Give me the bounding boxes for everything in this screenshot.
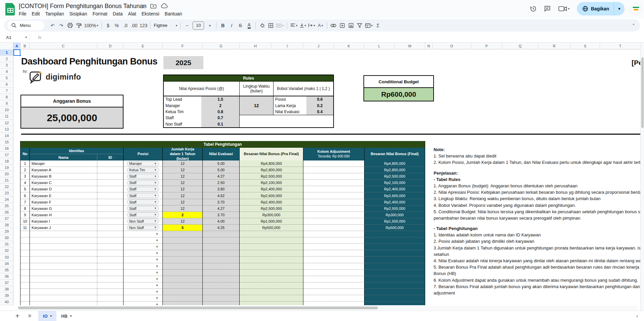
cell-nilai-evaluasi[interactable]: 3.70 <box>203 199 240 205</box>
cell-adjustment[interactable] <box>303 180 364 186</box>
posisi-caret-icon[interactable]: ▼ <box>156 303 159 305</box>
cell-jumlah-kerja[interactable] <box>163 263 203 270</box>
row-header[interactable]: 8 <box>0 94 13 100</box>
cell-jumlah-kerja[interactable]: 12 <box>163 186 203 192</box>
cell-jumlah-kerja[interactable]: 12 <box>163 173 203 180</box>
rules-bobot-value[interactable]: 0.2 <box>306 102 333 108</box>
increase-decimal-button[interactable]: .00 <box>130 21 139 30</box>
cell-jumlah-kerja[interactable] <box>163 257 203 263</box>
cell-jumlah-kerja[interactable]: 12 <box>163 205 203 212</box>
cell-nilai-evaluasi[interactable] <box>203 295 240 302</box>
cell-id[interactable] <box>97 237 123 244</box>
cell-nilai-evaluasi[interactable] <box>203 282 240 289</box>
cell-nama[interactable] <box>30 257 97 263</box>
cell-nama[interactable] <box>30 295 97 302</box>
text-rotation-button[interactable]: A▾ <box>316 21 325 30</box>
cell-no[interactable]: 10 <box>20 218 30 225</box>
rules-empty-cell[interactable] <box>239 115 333 127</box>
cell-posisi[interactable]: ▼ <box>123 244 163 250</box>
row-header[interactable]: 39 <box>0 292 13 299</box>
cell-final[interactable]: Rp2,600,000 <box>364 192 425 199</box>
row-header[interactable]: 18 <box>0 158 13 165</box>
cell-pra-final[interactable]: Rp2,600,000 <box>240 192 303 199</box>
font-size-input[interactable]: 10 <box>193 21 204 30</box>
column-header[interactable]: F <box>163 43 203 49</box>
cell-nama[interactable] <box>30 270 97 276</box>
sheet-tab[interactable]: IO▾ <box>38 311 56 321</box>
cell-posisi[interactable]: Non Staff▼ <box>123 225 163 231</box>
row-header[interactable]: 28 <box>0 222 13 228</box>
dashboard-title[interactable]: Dashboard Penghitungan Bonus <box>21 56 157 67</box>
cell-nilai-evaluasi[interactable] <box>203 263 240 270</box>
add-sheet-button[interactable]: + <box>15 312 19 320</box>
column-header[interactable]: B <box>20 43 30 49</box>
sheet-tab-caret-icon[interactable]: ▾ <box>70 314 72 318</box>
posisi-dropdown[interactable]: Ketua Tim▼ <box>127 168 159 173</box>
cell-jumlah-kerja[interactable] <box>163 237 203 244</box>
cell-nilai-evaluasi[interactable]: 4.00 <box>203 218 240 225</box>
row-header[interactable]: 25 <box>0 203 13 209</box>
row-header[interactable]: 34 <box>0 261 13 267</box>
cell-jumlah-kerja[interactable] <box>163 289 203 295</box>
row-header[interactable]: 10 <box>0 107 13 113</box>
row-header[interactable]: 7 <box>0 88 13 94</box>
posisi-caret-icon[interactable]: ▼ <box>156 245 159 248</box>
cell-pra-final[interactable] <box>240 257 303 263</box>
cell-pra-final[interactable]: Rp2,500,000 <box>240 173 303 180</box>
cell-posisi[interactable]: ▼ <box>123 276 163 282</box>
cell-adjustment[interactable] <box>303 289 364 295</box>
cell-final[interactable] <box>364 250 425 257</box>
cell-id[interactable] <box>97 192 123 199</box>
cell-nama[interactable]: Karyawan I <box>30 218 97 225</box>
cell-final[interactable]: Rp1,500,000 <box>364 218 425 225</box>
insert-comment-button[interactable] <box>338 21 347 30</box>
row-header[interactable]: 21 <box>0 177 13 184</box>
posisi-caret-icon[interactable]: ▼ <box>156 258 159 261</box>
cell-adjustment[interactable] <box>303 263 364 270</box>
posisi-dropdown[interactable]: Staff▼ <box>127 199 159 204</box>
cell-no[interactable] <box>20 270 30 276</box>
horizontal-scrollbar-thumb[interactable] <box>18 307 378 309</box>
column-header[interactable]: R <box>538 43 571 49</box>
cell-pra-final[interactable] <box>240 289 303 295</box>
cell-jumlah-kerja[interactable] <box>163 276 203 282</box>
cell-posisi[interactable]: Staff▼ <box>123 173 163 180</box>
rules-bobot-value[interactable]: 0.6 <box>306 96 333 102</box>
cell-final[interactable]: Rp500,000 <box>364 225 425 231</box>
rules-posisi-value[interactable]: 0.8 <box>201 109 239 115</box>
cell-no[interactable] <box>20 289 30 295</box>
cell-nama[interactable] <box>30 250 97 257</box>
cell-nama[interactable] <box>30 282 97 289</box>
cell-nama[interactable]: Manajer <box>30 160 97 167</box>
cell-adjustment[interactable] <box>303 270 364 276</box>
cell-id[interactable] <box>97 276 123 282</box>
row-header[interactable]: 6 <box>0 81 13 88</box>
cell-jumlah-kerja[interactable]: 12 <box>163 180 203 186</box>
rules-posisi-value[interactable]: 0.1 <box>201 121 239 127</box>
cell-final[interactable] <box>364 231 425 237</box>
cell-no[interactable] <box>20 302 30 305</box>
rules-bobot-value[interactable]: 0.4 <box>306 109 333 115</box>
cell-adjustment[interactable] <box>303 205 364 212</box>
cell-id[interactable] <box>97 257 123 263</box>
cell-pra-final[interactable] <box>240 244 303 250</box>
row-header[interactable]: 32 <box>0 247 13 254</box>
column-header[interactable]: N <box>425 43 433 49</box>
sheet-tab-caret-icon[interactable]: ▾ <box>50 314 52 318</box>
posisi-dropdown[interactable]: Staff▼ <box>127 212 159 217</box>
cell-pra-final[interactable]: Rp4,800,000 <box>240 160 303 167</box>
cell-jumlah-kerja[interactable] <box>163 295 203 302</box>
posisi-caret-icon[interactable]: ▼ <box>156 251 159 255</box>
version-history-icon[interactable] <box>529 5 537 13</box>
rules-posisi-value[interactable]: 2 <box>201 102 239 108</box>
cell-final[interactable]: Rp2,800,000 <box>364 167 425 173</box>
cell-nilai-evaluasi[interactable]: 4.27 <box>203 205 240 212</box>
cell-pra-final[interactable] <box>240 302 303 305</box>
cell-id[interactable] <box>97 263 123 270</box>
column-header[interactable]: I <box>271 43 303 49</box>
cell-adjustment[interactable] <box>303 199 364 205</box>
cell-final[interactable]: Rp2,100,000 <box>364 180 425 186</box>
cell-final[interactable] <box>364 257 425 263</box>
insert-link-button[interactable] <box>329 21 338 30</box>
table-views-button[interactable]: ▾ <box>364 21 374 30</box>
